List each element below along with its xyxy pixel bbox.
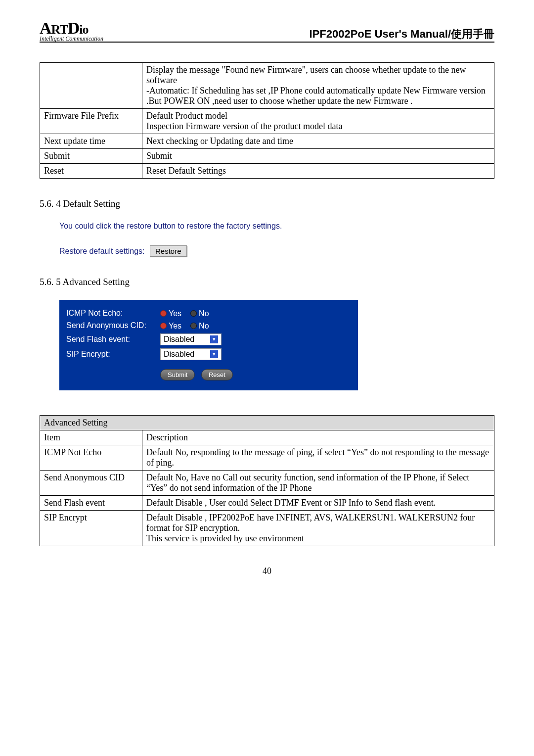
header-desc: Description [142, 430, 494, 445]
icmp-row: ICMP Not Echo: Yes No [66, 309, 348, 318]
sip-row: SIP Encrypt: Disabled ▾ [66, 348, 348, 360]
cell-desc: Default Product model Inspection Firmwar… [142, 109, 494, 134]
cell-label: Next update time [40, 134, 142, 149]
cid-label: Send Anonymous CID: [66, 321, 160, 330]
radio-unselected-icon [190, 323, 197, 329]
cell-label: Firmware File Prefix [40, 109, 142, 134]
advanced-panel: ICMP Not Echo: Yes No Send Anonymous CID… [59, 300, 358, 390]
table-row: Send Anonymous CID Default No, Have no C… [40, 470, 494, 495]
cell-desc: Default Disable , User could Select DTMF… [142, 495, 494, 510]
table-row: Submit Submit [40, 149, 494, 164]
section-heading-default: 5.6. 4 Default Setting [40, 198, 494, 209]
cell-label [40, 63, 142, 109]
logo-text: ARTDio [40, 20, 103, 37]
cell-desc: Next checking or Updating date and time [142, 134, 494, 149]
icmp-label: ICMP Not Echo: [66, 309, 160, 318]
sip-label: SIP Encrypt: [66, 350, 160, 359]
flash-row: Send Flash event: Disabled ▾ [66, 333, 348, 345]
restore-block: You could click the restore button to re… [59, 222, 494, 257]
advanced-table: Advanced Setting Item Description ICMP N… [40, 415, 494, 546]
restore-label: Restore default settings: [59, 247, 145, 255]
table-header-row: Item Description [40, 430, 494, 445]
cell-label: Submit [40, 149, 142, 164]
radio-selected-icon [160, 310, 167, 317]
radio-unselected-icon [190, 310, 197, 317]
advanced-button-row: Submit Reset [160, 369, 348, 380]
table-row: Firmware File Prefix Default Product mod… [40, 109, 494, 134]
document-title: IPF2002PoE User's Manual/使用手冊 [310, 27, 494, 42]
table-row: Next update time Next checking or Updati… [40, 134, 494, 149]
cell-desc: Submit [142, 149, 494, 164]
restore-button[interactable]: Restore [150, 245, 187, 257]
radio-selected-icon [160, 323, 167, 329]
table-title-row: Advanced Setting [40, 415, 494, 430]
table-row: Display the message "Found new Firmware"… [40, 63, 494, 109]
restore-row: Restore default settings: Restore [59, 245, 494, 257]
firmware-table: Display the message "Found new Firmware"… [40, 62, 494, 179]
table-row: ICMP Not Echo Default No, responding to … [40, 445, 494, 470]
cell-desc: Default No, Have no Call out security fu… [142, 470, 494, 495]
page-number: 40 [40, 566, 494, 576]
icmp-no-radio[interactable]: No [190, 309, 218, 318]
cell-desc: Default No, responding to the message of… [142, 445, 494, 470]
cell-item: Send Anonymous CID [40, 470, 142, 495]
table-row: Reset Reset Default Settings [40, 164, 494, 179]
cid-yes-radio[interactable]: Yes [160, 321, 190, 331]
flash-select-value: Disabled [164, 335, 194, 344]
logo-subtitle: Intelligent Communication [40, 36, 103, 42]
sip-select-value: Disabled [164, 350, 194, 359]
cell-desc: Default Disable , IPF2002PoE have INFINE… [142, 510, 494, 546]
sip-select[interactable]: Disabled ▾ [160, 348, 222, 360]
flash-label: Send Flash event: [66, 335, 160, 344]
cell-item: Send Flash event [40, 495, 142, 510]
flash-select[interactable]: Disabled ▾ [160, 333, 222, 345]
table-row: Send Flash event Default Disable , User … [40, 495, 494, 510]
dropdown-arrow-icon: ▾ [210, 335, 218, 343]
table-row: SIP Encrypt Default Disable , IPF2002PoE… [40, 510, 494, 546]
cid-row: Send Anonymous CID: Yes No [66, 321, 348, 331]
cell-desc: Reset Default Settings [142, 164, 494, 179]
cid-no-radio[interactable]: No [190, 321, 218, 331]
reset-button[interactable]: Reset [201, 369, 233, 380]
icmp-yes-radio[interactable]: Yes [160, 309, 190, 318]
cell-item: SIP Encrypt [40, 510, 142, 546]
page-header: ARTDio Intelligent Communication IPF2002… [40, 20, 494, 43]
table-title: Advanced Setting [40, 415, 494, 430]
dropdown-arrow-icon: ▾ [210, 350, 218, 358]
logo: ARTDio Intelligent Communication [40, 20, 103, 42]
cell-label: Reset [40, 164, 142, 179]
cell-desc: Display the message "Found new Firmware"… [142, 63, 494, 109]
section-heading-advanced: 5.6. 5 Advanced Setting [40, 277, 494, 287]
header-item: Item [40, 430, 142, 445]
restore-instruction: You could click the restore button to re… [59, 222, 494, 231]
cell-item: ICMP Not Echo [40, 445, 142, 470]
submit-button[interactable]: Submit [160, 369, 195, 380]
